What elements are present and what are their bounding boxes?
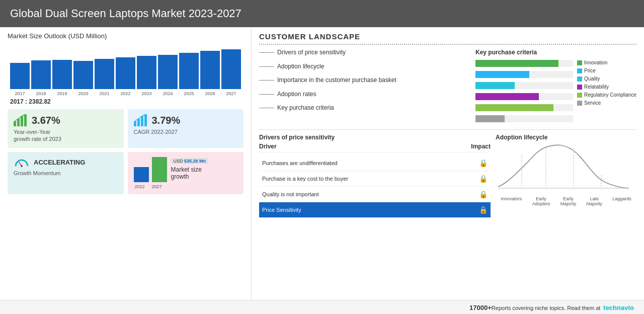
cagr-chart-icon [134,114,148,126]
ps-row: Quality is not important🔒 [259,187,491,202]
year-number: 2382.82 [29,98,50,105]
customer-landscape-title: CUSTOMER LANDSCAPE [259,32,636,45]
mbar-year-labels: 2022 2027 [135,184,167,189]
criteria-bar-fill [475,93,539,100]
list-item-text: Drivers of price sensitivity [277,49,346,57]
bar-year-label: 2025 [179,91,199,96]
bullet-line [259,80,274,81]
market-badge: USD 535.26 Mn [171,158,209,164]
bar-year-label: 2027 [221,91,241,96]
bullet-line [259,66,274,67]
bar-chart [8,44,244,89]
svg-rect-6 [141,116,143,126]
footer-brand: technavio [603,304,634,311]
criteria-bar-fill [475,104,553,111]
market-badge-value: 535.26 Mn [184,159,206,164]
left-panel: Market Size Outlook (USD Million) 201720… [0,27,252,300]
criteria-bar-bg [475,60,573,67]
adopter-laggards: Laggards [612,196,631,206]
legend-item: Quality [577,76,636,82]
kpi-yoy: 3.67% Year-over-Yeargrowth rate of 2023 [8,109,124,148]
bar-chart-labels: 2017201820192020202120222023202420252026… [8,91,244,96]
kpi-yoy-value: 3.67% [32,115,60,126]
adoption-labels: Innovators EarlyAdopters EarlyMajority L… [496,196,636,206]
lock-icon: 🔒 [479,175,488,183]
svg-rect-4 [134,121,136,126]
list-item: Importance in the customer purchase bask… [259,76,470,85]
chart-bar [200,51,220,89]
list-item-text: Key purchase criteria [277,104,334,112]
legend-item: Regulatory Compliance [577,92,636,98]
svg-rect-1 [17,119,20,126]
bullet-line [259,108,274,108]
bar-chart-icon [14,114,28,126]
ps-rows: Purchases are undifferentiated🔒Purchase … [259,155,491,218]
ps-row: Purchase is a key cost to the buyer🔒 [259,171,491,187]
legend-item: Relatability [577,84,636,90]
right-content: Drivers of price sensitivityAdoption lif… [259,49,636,125]
right-panel: CUSTOMER LANDSCAPE Drivers of price sens… [252,27,644,300]
list-item-text: Adoption lifecycle [277,63,324,71]
ps-driver-text: Purchases are undifferentiated [262,160,338,166]
lock-icon: 🔒 [479,206,488,214]
list-item-text: Importance in the customer purchase bask… [277,76,396,85]
legend-swatch [577,93,582,98]
criteria-bar-row [475,70,573,79]
bar-year-label: 2022 [116,91,135,96]
page-title: Global Dual Screen Laptops Market 2023-2… [10,7,242,20]
criteria-bar-container [475,59,573,125]
mbar-2027-label: 2027 [152,184,162,189]
market-size-growth-label: Market sizegrowth [171,166,209,180]
criteria-bar-fill [475,60,558,67]
legend-item: Innovation [577,60,636,65]
adopter-innovators: Innovators [501,196,522,206]
criteria-bar-fill [475,82,515,89]
market-growth-bars [134,157,167,182]
criteria-bar-bg [475,82,573,89]
list-item-text: Adoption rates [277,91,316,99]
criteria-bar-fill [475,115,505,122]
market-size-title: Market Size Outlook (USD Million) [8,32,244,40]
kpi-row-2: ACCELERATING Growth Momentum 2022 2027 [8,152,244,194]
criteria-bar-row [475,114,573,123]
criteria-section: Key purchase criteria InnovationPriceQua… [475,49,636,125]
svg-rect-5 [137,119,140,126]
kpi-cagr-label: CAGR 2022-2027 [134,128,238,135]
bar-year-label: 2018 [31,91,51,96]
legend-item: Price [577,68,636,73]
list-item: Adoption rates [259,91,470,99]
svg-rect-3 [24,114,27,126]
legend-label: Quality [584,76,600,82]
legend-item: Service [577,100,636,106]
ps-col-driver: Driver [259,143,277,150]
kpi-cagr-value: 3.79% [152,115,181,126]
chart-bar [179,53,199,89]
speedometer-icon [14,157,30,168]
legend-swatch [577,76,582,82]
price-sensitivity-section: Drivers of price sensitivity Driver Impa… [259,134,491,218]
ps-col-impact: Impact [471,143,491,150]
criteria-bar-bg [475,115,573,122]
chart-bar [73,61,93,89]
legend-label: Regulatory Compliance [584,92,636,98]
list-item: Adoption lifecycle [259,63,470,71]
kpi-cagr: 3.79% CAGR 2022-2027 [128,109,244,148]
drivers-title: Drivers of price sensitivity [259,134,491,141]
svg-rect-2 [21,116,23,126]
adopter-early-majority: EarlyMajority [560,196,577,206]
ps-table-header: Driver Impact [259,143,491,152]
chart-bar [137,56,156,89]
legend-swatch [577,101,582,106]
chart-bar [158,55,178,89]
adoption-title: Adoption lifecycle [496,134,636,141]
kpi-accelerating: ACCELERATING Growth Momentum [8,152,124,194]
adoption-chart [496,144,636,194]
criteria-bar-row [475,59,573,68]
criteria-bar-row [475,103,573,112]
main-content: Market Size Outlook (USD Million) 201720… [0,27,644,300]
legend-swatch [577,85,582,90]
criteria-title: Key purchase criteria [475,49,636,56]
kpi-market-growth: 2022 2027 USD 535.26 Mn Market sizegrowt… [128,152,244,194]
page-header: Global Dual Screen Laptops Market 2023-2… [0,0,644,27]
bottom-section: Drivers of price sensitivity Driver Impa… [259,129,636,218]
